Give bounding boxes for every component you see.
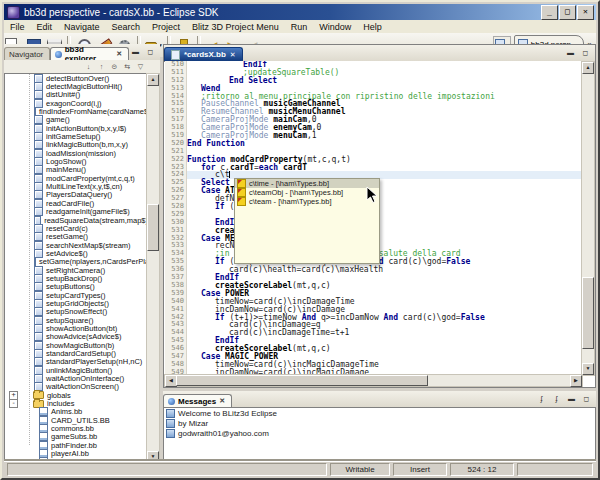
completion-label: c\team - [\ham\Types.bb] bbox=[249, 197, 332, 206]
messages-icon bbox=[168, 398, 175, 405]
message-line[interactable]: godwraith01@yahoo.com bbox=[164, 428, 595, 438]
minimize-view-button[interactable]: ▬ bbox=[129, 46, 142, 58]
menu-help[interactable]: Help bbox=[357, 21, 388, 33]
completion-label: c\time - [\ham\Types.bb] bbox=[249, 179, 329, 188]
status-writable: Writable bbox=[330, 463, 390, 476]
close-button[interactable]: ✕ bbox=[577, 5, 594, 20]
explorer-tree[interactable]: detectButtonOver()detectMagicButtonHit()… bbox=[4, 73, 148, 464]
scrollbar-thumb[interactable] bbox=[582, 277, 594, 349]
tab-bb3d-explorer[interactable]: bb3d explorer ✕ bbox=[50, 47, 129, 60]
maximize-view-button[interactable]: ◻ bbox=[580, 393, 593, 405]
message-line[interactable]: Welcome to BLitz3d Eclipse bbox=[164, 408, 595, 418]
code-token: card(c)\god= bbox=[384, 257, 447, 266]
maximize-button[interactable]: □ bbox=[559, 5, 576, 20]
menu-edit[interactable]: Edit bbox=[31, 21, 59, 33]
code-text: for c.cardT=each cardT bbox=[184, 164, 307, 172]
explorer-toolbar: ↓ ↑ ⊝ ⇆ ▽ bbox=[4, 60, 160, 74]
code-token: And bbox=[384, 313, 398, 322]
app-icon bbox=[7, 6, 20, 19]
status-empty-cell bbox=[517, 463, 593, 476]
maximize-view-button[interactable]: ◻ bbox=[579, 47, 592, 59]
view-menu-button[interactable]: ▽ bbox=[135, 63, 146, 71]
code-token: If bbox=[215, 313, 225, 322]
scroll-up-icon[interactable]: ▲ bbox=[582, 62, 594, 74]
pin-button[interactable]: ʄ bbox=[550, 393, 563, 405]
minimize-view-button[interactable]: ▬ bbox=[564, 47, 577, 59]
scroll-down-icon[interactable]: ▼ bbox=[582, 363, 594, 375]
field-icon bbox=[237, 188, 246, 197]
menu-run[interactable]: Run bbox=[285, 21, 314, 33]
maximize-view-button[interactable]: ◻ bbox=[144, 46, 157, 58]
editor-tab-row: *cardsX.bb ✕ ▬ ◻ bbox=[164, 45, 595, 62]
mouse-cursor bbox=[366, 186, 378, 204]
code-token: End Function bbox=[187, 139, 245, 148]
message-line[interactable]: by Mizar bbox=[164, 418, 595, 428]
status-empty-cell bbox=[7, 463, 327, 476]
tree-item[interactable]: findIndexFromName(cardName$) bbox=[5, 107, 148, 115]
code-token: (mt,q,c) bbox=[292, 281, 331, 290]
completion-item[interactable]: c\time - [\ham\Types.bb] bbox=[235, 179, 379, 188]
code-token: End Select bbox=[229, 76, 277, 85]
editor-vscrollbar[interactable]: ▲ ▼ bbox=[581, 61, 595, 376]
code-token: q>=incDamNow bbox=[316, 313, 383, 322]
code-text: End Function bbox=[184, 140, 245, 148]
file-icon bbox=[171, 50, 180, 60]
scrollbar-thumb[interactable] bbox=[176, 375, 428, 386]
tree-expander-icon[interactable]: - bbox=[9, 399, 18, 408]
status-cursor-position: 524 : 12 bbox=[450, 463, 514, 476]
sort-button[interactable]: ↓ bbox=[83, 63, 94, 70]
menu-file[interactable]: File bbox=[4, 21, 31, 33]
tab-messages[interactable]: Messages ✕ bbox=[163, 394, 232, 407]
close-icon[interactable]: ✕ bbox=[116, 50, 122, 58]
completion-item[interactable]: c\teamObj - [\ham\Types.bb] bbox=[235, 188, 379, 197]
messages-list[interactable]: Welcome to BLitz3d Eclipseby Mizargodwra… bbox=[163, 407, 596, 466]
window-title: bb3d perspective - cardsX.bb - Eclipse S… bbox=[24, 7, 219, 18]
scroll-right-icon[interactable]: ▶ bbox=[570, 375, 582, 387]
content-assist-popup[interactable]: c\time - [\ham\Types.bb]c\teamObj - [\ha… bbox=[234, 178, 380, 264]
minimize-button[interactable]: _ bbox=[541, 5, 558, 20]
code-token: False bbox=[461, 313, 485, 322]
status-bar: Writable Insert 524 : 12 bbox=[4, 461, 596, 476]
minimize-view-button[interactable]: ▬ bbox=[565, 393, 578, 405]
close-icon[interactable]: ✕ bbox=[219, 397, 225, 405]
code-line[interactable]: 543card(c)\incDamage=q bbox=[165, 321, 585, 329]
field-icon bbox=[237, 179, 246, 188]
code-token: each bbox=[259, 163, 278, 172]
completion-item[interactable]: c\team - [\ham\Types.bb] bbox=[235, 197, 379, 206]
message-icon bbox=[166, 419, 175, 428]
code-token: cardT bbox=[283, 163, 307, 172]
sort-alpha-button[interactable]: ↑ bbox=[96, 63, 107, 70]
code-line[interactable]: 511;updateSquareTable() bbox=[165, 69, 585, 77]
code-line[interactable]: 520End Function bbox=[165, 140, 585, 148]
close-icon[interactable]: ✕ bbox=[230, 51, 236, 59]
message-icon bbox=[166, 429, 175, 438]
code-text: card(c)\health=card(c)\maxHealth bbox=[184, 266, 383, 274]
title-bar[interactable]: bb3d perspective - cardsX.bb - Eclipse S… bbox=[4, 4, 596, 20]
tree-item[interactable]: waitActionOnScreen() bbox=[5, 383, 148, 391]
menu-search[interactable]: Search bbox=[106, 21, 147, 33]
menu-window[interactable]: Window bbox=[313, 21, 357, 33]
menu-blitz-3d-project-menu[interactable]: Blitz 3D Project Menu bbox=[186, 21, 285, 33]
code-token: card(c)\incDamageTime=t+1 bbox=[229, 328, 349, 337]
message-text: godwraith01@yahoo.com bbox=[178, 429, 269, 438]
code-token: cardT bbox=[230, 163, 254, 172]
tab-cardsx-bb[interactable]: *cardsX.bb ✕ bbox=[164, 47, 243, 61]
menu-project[interactable]: Project bbox=[146, 21, 186, 33]
menu-navigate[interactable]: Navigate bbox=[58, 21, 106, 33]
code-line[interactable]: 512End Select bbox=[165, 77, 585, 85]
scrollbar-thumb[interactable] bbox=[147, 204, 159, 251]
scroll-up-icon[interactable]: ▲ bbox=[147, 74, 159, 86]
messages-tab-row: Messages ✕ ʄ ʄ ▬ ◻ bbox=[163, 391, 596, 408]
code-line[interactable]: 510EndIf bbox=[165, 61, 585, 69]
explorer-scrollbar[interactable]: ▲ ▼ bbox=[146, 73, 160, 464]
message-text: by Mizar bbox=[178, 419, 208, 428]
tab-navigator[interactable]: Navigator bbox=[4, 47, 50, 60]
link-editor-button[interactable]: ⇆ bbox=[122, 63, 133, 71]
editor-hscrollbar[interactable]: ◀ ▶ bbox=[164, 374, 583, 387]
tree-item[interactable]: +globals bbox=[5, 391, 148, 399]
code-token: If bbox=[215, 257, 225, 266]
collapse-all-button[interactable]: ⊝ bbox=[109, 63, 120, 71]
eclipse-window: bb3d perspective - cardsX.bb - Eclipse S… bbox=[0, 0, 600, 480]
pin-button[interactable]: ʄ bbox=[535, 393, 548, 405]
code-line[interactable]: 542If (t+1)>=timeNow And q>=incDamNow An… bbox=[165, 314, 585, 322]
